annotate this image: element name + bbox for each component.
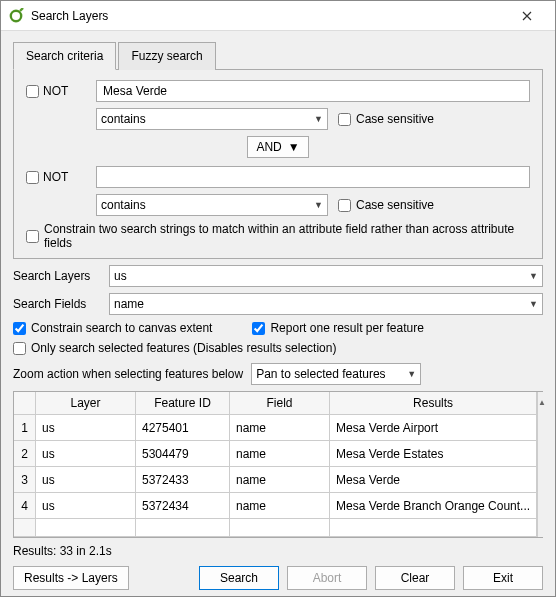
zoom-action-select[interactable]: Pan to selected features ▼ (251, 363, 421, 385)
case-2-checkbox[interactable] (338, 199, 351, 212)
zoom-action-label: Zoom action when selecting features belo… (13, 367, 243, 381)
tabbar: Search criteria Fuzzy search (13, 41, 543, 70)
table-row[interactable]: 1us4275401nameMesa Verde Airport (14, 415, 537, 441)
results-to-layers-button[interactable]: Results -> Layers (13, 566, 129, 590)
logic-operator-label: AND (256, 140, 281, 154)
search-fields-label: Search Fields (13, 297, 101, 311)
search-layers-select[interactable]: us ▼ (109, 265, 543, 287)
table-row[interactable]: 4us5372434nameMesa Verde Branch Orange C… (14, 493, 537, 519)
report-one-checkbox[interactable] (252, 322, 265, 335)
only-selected[interactable]: Only search selected features (Disables … (13, 341, 543, 355)
tab-panel-criteria: NOT contains ▼ Case sensitive (13, 70, 543, 259)
case-1-checkbox[interactable] (338, 113, 351, 126)
chevron-down-icon: ▼ (288, 140, 300, 154)
search-layers-row: Search Layers us ▼ (13, 265, 543, 287)
cell-result: Mesa Verde Airport (330, 415, 537, 441)
options-row-1: Constrain search to canvas extent Report… (13, 321, 543, 335)
case-2-label: Case sensitive (356, 198, 434, 212)
cell-field: name (230, 415, 330, 441)
operator-1-value: contains (101, 112, 146, 126)
tab-fuzzy-search[interactable]: Fuzzy search (118, 42, 215, 70)
th-rownum[interactable] (14, 392, 36, 415)
search-layers-dialog: Search Layers Search criteria Fuzzy sear… (0, 0, 556, 597)
constrain-attribute-label: Constrain two search strings to match wi… (44, 222, 530, 250)
constrain-canvas-label: Constrain search to canvas extent (31, 321, 212, 335)
table-row[interactable] (14, 519, 537, 537)
case-1-label: Case sensitive (356, 112, 434, 126)
constrain-canvas[interactable]: Constrain search to canvas extent (13, 321, 212, 335)
search-fields-row: Search Fields name ▼ (13, 293, 543, 315)
search-term-1[interactable] (96, 80, 530, 102)
not-1[interactable]: NOT (26, 84, 88, 98)
logic-row: AND ▼ (26, 136, 530, 158)
logic-operator-button[interactable]: AND ▼ (247, 136, 308, 158)
not-1-label: NOT (43, 84, 68, 98)
cell-feature-id: 5304479 (136, 441, 230, 467)
search-fields-select[interactable]: name ▼ (109, 293, 543, 315)
th-results[interactable]: Results (330, 392, 537, 415)
not-2-checkbox[interactable] (26, 171, 39, 184)
case-sensitive-1[interactable]: Case sensitive (338, 112, 434, 126)
constrain-attribute-checkbox[interactable] (26, 230, 39, 243)
only-selected-label: Only search selected features (Disables … (31, 341, 336, 355)
table-row[interactable]: 3us5372433nameMesa Verde (14, 467, 537, 493)
close-button[interactable] (507, 2, 547, 30)
button-bar: Results -> Layers Search Abort Clear Exi… (13, 564, 543, 590)
search-layers-value: us (114, 269, 127, 283)
report-one-label: Report one result per feature (270, 321, 423, 335)
svg-point-1 (11, 10, 21, 20)
chevron-down-icon: ▼ (314, 114, 323, 124)
chevron-down-icon: ▼ (529, 299, 538, 309)
cell-result: Mesa Verde (330, 467, 537, 493)
not-2[interactable]: NOT (26, 170, 88, 184)
table-header: Layer Feature ID Field Results (14, 392, 537, 415)
operator-2-select[interactable]: contains ▼ (96, 194, 328, 216)
search-button[interactable]: Search (199, 566, 279, 590)
th-field[interactable]: Field (230, 392, 330, 415)
cell-result: Mesa Verde Estates (330, 441, 537, 467)
cell-feature-id: 5372433 (136, 467, 230, 493)
app-icon (9, 8, 25, 24)
close-icon (522, 11, 532, 21)
zoom-action-value: Pan to selected features (256, 367, 385, 381)
cell-feature-id: 4275401 (136, 415, 230, 441)
titlebar: Search Layers (1, 1, 555, 31)
cell-layer: us (36, 415, 136, 441)
constrain-attribute[interactable]: Constrain two search strings to match wi… (26, 222, 530, 250)
op-row-2: contains ▼ Case sensitive (96, 194, 530, 216)
exit-button[interactable]: Exit (463, 566, 543, 590)
window-title: Search Layers (31, 9, 507, 23)
th-layer[interactable]: Layer (36, 392, 136, 415)
cell-rownum: 1 (14, 415, 36, 441)
chevron-down-icon: ▼ (529, 271, 538, 281)
cell-layer: us (36, 467, 136, 493)
table-scrollbar[interactable]: ▲ (537, 392, 546, 537)
th-feature-id[interactable]: Feature ID (136, 392, 230, 415)
chevron-down-icon: ▼ (314, 200, 323, 210)
report-one[interactable]: Report one result per feature (252, 321, 423, 335)
case-sensitive-2[interactable]: Case sensitive (338, 198, 434, 212)
status-text: Results: 33 in 2.1s (13, 544, 543, 558)
scroll-up-icon: ▲ (538, 392, 546, 412)
cell-field: name (230, 467, 330, 493)
search-term-2[interactable] (96, 166, 530, 188)
constrain-canvas-checkbox[interactable] (13, 322, 26, 335)
clear-button[interactable]: Clear (375, 566, 455, 590)
zoom-action-row: Zoom action when selecting features belo… (13, 363, 543, 385)
op-row-1: contains ▼ Case sensitive (96, 108, 530, 130)
only-selected-checkbox[interactable] (13, 342, 26, 355)
search-layers-label: Search Layers (13, 269, 101, 283)
abort-button[interactable]: Abort (287, 566, 367, 590)
table-row[interactable]: 2us5304479nameMesa Verde Estates (14, 441, 537, 467)
cell-field: name (230, 441, 330, 467)
cell-layer: us (36, 493, 136, 519)
content: Search criteria Fuzzy search NOT contain… (1, 31, 555, 596)
criteria-row-1: NOT (26, 80, 530, 102)
not-1-checkbox[interactable] (26, 85, 39, 98)
not-2-label: NOT (43, 170, 68, 184)
cell-layer: us (36, 441, 136, 467)
tab-search-criteria[interactable]: Search criteria (13, 42, 116, 70)
operator-1-select[interactable]: contains ▼ (96, 108, 328, 130)
cell-result: Mesa Verde Branch Orange Count... (330, 493, 537, 519)
operator-2-value: contains (101, 198, 146, 212)
